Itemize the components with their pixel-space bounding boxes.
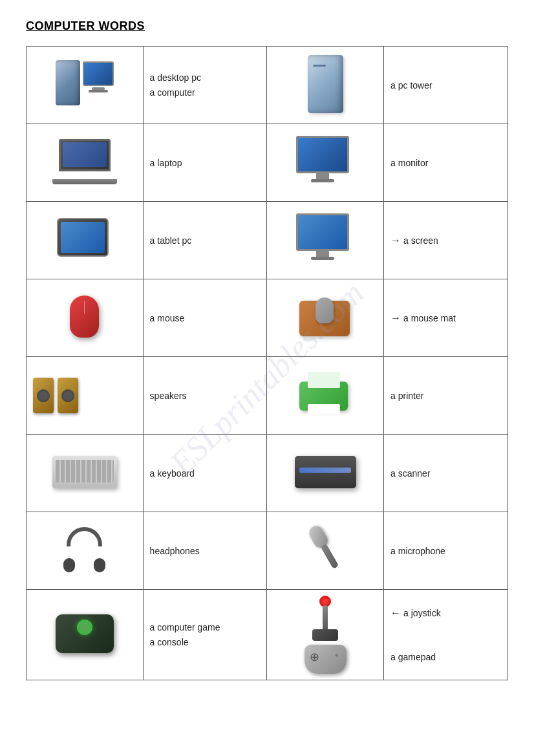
table-row: a laptop a monitor [27,124,508,202]
table-row: a tablet pc → a screen [27,202,508,279]
mousemat-image-cell [267,279,384,357]
console-icon [56,614,114,653]
joystick-gamepad-image-cell [267,590,384,680]
speakers-label: speakers [143,357,267,435]
microphone-image-cell [267,512,384,590]
joystick-icon [311,596,340,641]
headphones-icon [63,527,105,572]
printer-image-cell [267,357,384,435]
monitor-image-cell [267,124,384,202]
microphone-label: a microphone [384,512,508,590]
keyboard-image-cell [27,435,144,512]
laptop-image-cell [27,124,144,202]
headphones-image-cell [27,512,144,590]
table-row: a mouse → a mouse mat [27,279,508,357]
pc-tower-label: a pc tower [384,47,508,124]
table-row: speakers a printer [27,357,508,435]
printer-label: a printer [384,357,508,435]
mouse-image-cell [27,279,144,357]
gamepad-icon [304,645,347,674]
table-row: headphones a microphone [27,512,508,590]
tablet-label: a tablet pc [143,202,267,279]
monitor-icon [296,136,354,188]
mousemat-label: → a mouse mat [384,279,508,357]
speakers-image-cell [27,357,144,435]
arrow-icon: → [390,235,401,246]
console-image-cell [27,590,144,680]
screen-image-cell [267,202,384,279]
headphones-label: headphones [143,512,267,590]
arrow-icon: ← [390,605,401,621]
speakers-icon [33,378,136,413]
tablet-image-cell [27,202,144,279]
scanner-image-cell [267,435,384,512]
laptop-label: a laptop [143,124,267,202]
desktop-pc-label: a desktop pca computer [143,47,267,124]
laptop-icon [52,139,117,184]
mouse-label: a mouse [143,279,267,357]
console-label: a computer gamea console [143,590,267,680]
desktop-pc-icon [56,55,114,113]
microphone-icon [300,520,351,579]
vocab-table: a desktop pca computer a pc tower a lapt… [26,46,508,680]
table-row: a computer gamea console ← a joystick a … [27,590,508,680]
printer-icon [299,372,351,417]
scanner-icon [295,456,356,488]
desktop-pc-image-cell [27,47,144,124]
monitor-label: a monitor [384,124,508,202]
screen-label: → a screen [384,202,508,279]
pc-tower-image-cell [267,47,384,124]
arrow-icon: → [390,312,401,324]
page-title: COMPUTER WORDS [26,19,508,33]
mouse-icon [70,296,99,338]
joystick-gamepad-label: ← a joystick a gamepad [384,590,508,680]
pc-tower-icon [308,55,343,113]
keyboard-label: a keyboard [143,435,267,512]
table-row: a keyboard a scanner [27,435,508,512]
table-row: a desktop pca computer a pc tower [27,47,508,124]
tablet-icon [57,218,112,260]
scanner-label: a scanner [384,435,508,512]
screen-icon [296,213,354,265]
keyboard-icon [52,456,117,488]
mousemat-icon [299,297,351,336]
